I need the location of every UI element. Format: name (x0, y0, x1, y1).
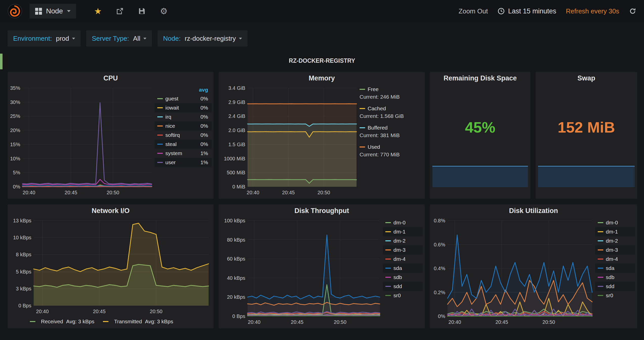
legend-item-sdd[interactable]: sdd (595, 282, 635, 291)
legend-item-dm-2[interactable]: dm-2 (383, 236, 423, 245)
settings-gear-icon[interactable]: ⚙ (160, 7, 167, 15)
dashboard-row-header: RZ-DOCKER-REGISTRY (8, 56, 636, 66)
legend-item-Received[interactable]: ReceivedAvg: 3 kBps (30, 318, 94, 325)
dashboard-row-2: Network I/O 20:4020:4520:500 Bps3 kBps5 … (8, 204, 637, 328)
legend-item-iowait[interactable]: iowait0% (155, 103, 212, 112)
legend-item-Buffered[interactable]: BufferedCurrent: 381 MiB (360, 124, 423, 139)
filter-value: prod (56, 35, 69, 42)
series-name: Free (368, 86, 379, 92)
disk-throughput-graph[interactable]: 20:4020:4520:500 Bps20 kBps40 kBps60 kBp… (220, 217, 383, 327)
legend-item-dm-4[interactable]: dm-4 (383, 254, 423, 264)
series-name-row: Cached (360, 105, 423, 112)
legend-item-dm-3[interactable]: dm-3 (383, 245, 423, 254)
filter-server-type[interactable]: Server Type: All (86, 30, 152, 47)
series-color-dash (385, 249, 391, 250)
series-name: sr0 (606, 292, 613, 299)
legend-item-steal[interactable]: steal0% (155, 140, 212, 149)
legend-item-Used[interactable]: UsedCurrent: 770 MiB (360, 143, 423, 158)
swap-stat-value: 152 MiB (536, 119, 637, 136)
series-name: dm-1 (606, 229, 618, 235)
series-color-dash (30, 321, 35, 322)
legend-item-user[interactable]: user1% (155, 158, 212, 167)
series-name: nice (165, 123, 175, 129)
series-color-dash (598, 277, 603, 278)
svg-text:20:50: 20:50 (150, 309, 162, 314)
panel-title-disk-utilization[interactable]: Disk Utilization (430, 204, 637, 217)
series-name: guest (165, 96, 178, 102)
legend-item-dm-1[interactable]: dm-1 (383, 227, 423, 236)
legend-item-dm-0[interactable]: dm-0 (595, 218, 635, 227)
legend-item-sda[interactable]: sda (383, 264, 423, 273)
panel-title-cpu[interactable]: CPU (8, 72, 214, 84)
legend-item-sr0[interactable]: sr0 (595, 291, 635, 300)
series-color-dash (157, 162, 163, 163)
disk-utilization-graph[interactable]: 20:4020:4520:500%0.2%0.4%0.6%0.8% (431, 217, 595, 327)
legend-item-sdb[interactable]: sdb (383, 273, 423, 282)
save-icon[interactable] (138, 7, 146, 15)
legend-item-dm-1[interactable]: dm-1 (595, 227, 635, 236)
legend-item-dm-4[interactable]: dm-4 (595, 254, 635, 264)
series-avg-value: 1% (201, 159, 208, 165)
star-icon[interactable]: ★ (94, 7, 102, 15)
panel-cpu: CPU 20:4020:4520:500%5%10%15%20%25%30%35… (8, 72, 214, 199)
filter-value: All (133, 35, 140, 42)
legend-item-dm-2[interactable]: dm-2 (595, 236, 635, 245)
svg-text:20:40: 20:40 (247, 190, 259, 195)
legend-item-softirq[interactable]: softirq0% (155, 131, 212, 140)
legend-item-irq[interactable]: irq0% (155, 112, 212, 121)
panel-title-network[interactable]: Network I/O (8, 204, 214, 217)
series-name: sdd (606, 283, 614, 289)
row-title[interactable]: RZ-DOCKER-REGISTRY (289, 56, 355, 66)
legend-item-guest[interactable]: guest0% (155, 94, 212, 103)
legend-item-Free[interactable]: FreeCurrent: 246 MiB (360, 86, 423, 101)
series-avg-value: Avg: 3 kBps (66, 318, 95, 325)
legend-item-system[interactable]: system1% (155, 149, 212, 158)
panel-title-disk-throughput[interactable]: Disk Throughput (219, 204, 425, 217)
time-picker[interactable]: Last 15 minutes (497, 7, 556, 15)
svg-text:60 kBps: 60 kBps (227, 256, 245, 262)
legend-item-nice[interactable]: nice0% (155, 121, 212, 131)
svg-text:30%: 30% (10, 99, 20, 105)
legend-item-Transmitted[interactable]: TransmittedAvg: 3 kBps (103, 318, 173, 325)
filter-environment[interactable]: Environment: prod (8, 30, 81, 47)
svg-text:5 kBps: 5 kBps (16, 269, 31, 274)
legend-item-dm-0[interactable]: dm-0 (383, 218, 423, 227)
swap-sparkline (538, 165, 635, 187)
series-color-dash (360, 146, 365, 147)
svg-text:0%: 0% (13, 184, 20, 189)
series-color-dash (157, 153, 163, 154)
series-color-dash (385, 259, 391, 260)
filter-node[interactable]: Node: rz-docker-registry (158, 30, 248, 47)
network-graph[interactable]: 20:4020:4520:500 Bps3 kBps5 kBps8 kBps10… (9, 217, 212, 316)
svg-text:0%: 0% (438, 313, 445, 319)
grafana-logo[interactable] (8, 4, 22, 18)
legend-item-sr0[interactable]: sr0 (383, 291, 423, 300)
top-navbar: Node ★ ⚙ Zoom Out Last 15 minutes (0, 0, 644, 22)
memory-graph[interactable]: 20:4020:4520:500 MiB500 MiB1000 MiB1.5 G… (220, 84, 360, 197)
share-icon[interactable] (116, 7, 124, 15)
navbar-right-controls: Zoom Out Last 15 minutes Refresh every 3… (459, 7, 636, 15)
legend-item-sdd[interactable]: sdd (383, 282, 423, 291)
svg-text:0 Bps: 0 Bps (232, 313, 245, 319)
refresh-icon[interactable] (629, 7, 636, 15)
svg-text:20:45: 20:45 (495, 319, 508, 325)
legend-item-sdb[interactable]: sdb (595, 273, 635, 282)
svg-text:20:45: 20:45 (93, 309, 105, 314)
svg-text:1000 MiB: 1000 MiB (224, 156, 246, 161)
series-color-dash (385, 231, 391, 232)
cpu-graph[interactable]: 20:4020:4520:500%5%10%15%20%25%30%35% (9, 84, 155, 197)
row-collapse-indicator[interactable] (0, 54, 3, 69)
legend-item-Cached[interactable]: CachedCurrent: 1.568 GiB (360, 105, 423, 120)
legend-item-dm-3[interactable]: dm-3 (595, 245, 635, 254)
svg-text:20 kBps: 20 kBps (227, 294, 245, 300)
panel-title-disk-space[interactable]: Remaining Disk Space (430, 72, 530, 84)
legend-item-sda[interactable]: sda (595, 264, 635, 273)
svg-text:20:45: 20:45 (282, 190, 295, 195)
panel-title-swap[interactable]: Swap (536, 72, 637, 84)
zoom-out-button[interactable]: Zoom Out (459, 7, 488, 15)
series-color-dash (157, 125, 163, 126)
panel-title-memory[interactable]: Memory (219, 72, 425, 84)
dashboard-picker[interactable]: Node (29, 4, 76, 19)
disk-utilization-legend: dm-0dm-1dm-2dm-3dm-4sdasdbsddsr0 (595, 217, 635, 327)
refresh-interval[interactable]: Refresh every 30s (566, 7, 619, 15)
